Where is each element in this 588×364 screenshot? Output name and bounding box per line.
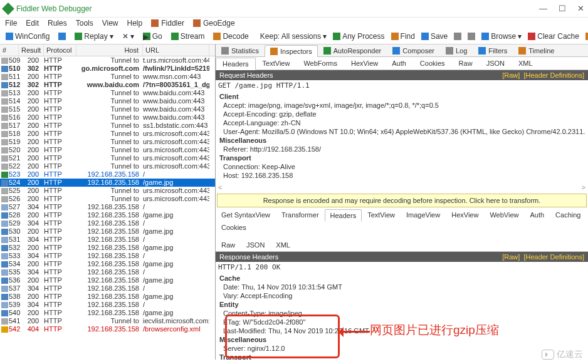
menu-view[interactable]: View — [102, 19, 118, 28]
winconfig-button[interactable]: WinConfig — [4, 31, 51, 41]
session-row[interactable]: 522200HTTPTunnel tours.microsoft.com:443 — [0, 162, 215, 170]
session-row[interactable]: 519200HTTPTunnel tours.microsoft.com:443 — [0, 138, 215, 146]
session-row[interactable]: 529304HTTP192.168.235.158/ — [0, 219, 215, 227]
reqtab-textview[interactable]: TextView — [256, 57, 297, 70]
resptab-webview[interactable]: WebView — [484, 209, 524, 221]
session-row[interactable]: 524200HTTP192.168.235.158/game.jpg — [0, 179, 215, 187]
session-row[interactable]: 541200HTTPTunnel toiecvlist.microsoft.co… — [0, 317, 215, 325]
tab-autoresponder[interactable]: AutoResponder — [318, 44, 387, 56]
reqtab-hexview[interactable]: HexView — [344, 57, 385, 70]
reqtab-headers[interactable]: Headers — [216, 58, 256, 70]
reqtab-raw[interactable]: Raw — [452, 57, 480, 70]
session-row[interactable]: 542404HTTP192.168.235.158/browserconfig.… — [0, 325, 215, 333]
maximize-button[interactable]: ☐ — [559, 4, 566, 13]
resptab-headers[interactable]: Headers — [325, 209, 362, 222]
reqtab-cookies[interactable]: Cookies — [413, 57, 452, 70]
req-header-defs-link[interactable]: [Header Definitions] — [523, 71, 584, 79]
session-row[interactable]: 532200HTTP192.168.235.158/game.jpg — [0, 244, 215, 252]
tab-composer[interactable]: Composer — [387, 44, 440, 56]
req-raw-link[interactable]: [Raw] — [502, 71, 520, 79]
session-row[interactable]: 515200HTTPTunnel towww.baidu.com:443 — [0, 105, 215, 113]
minimize-button[interactable]: — — [539, 4, 547, 13]
remove-button[interactable]: ✕ ▾ — [120, 31, 136, 41]
reqtab-xml[interactable]: XML — [512, 57, 540, 70]
save-button[interactable]: Save — [419, 31, 449, 41]
resptab-hexview[interactable]: HexView — [446, 209, 484, 221]
reqtab-auth[interactable]: Auth — [385, 57, 413, 70]
any-process-button[interactable]: Any Process — [331, 31, 386, 41]
session-row[interactable]: 513200HTTPTunnel towww.baidu.com:443 — [0, 89, 215, 97]
session-row[interactable]: 512302HTTPwww.baidu.com/?tn=80035161_1_d… — [0, 81, 215, 89]
replay-button[interactable]: Replay ▾ — [73, 31, 115, 41]
menu-geoedge[interactable]: GeoEdge — [193, 19, 235, 28]
resptab-textview[interactable]: TextView — [362, 209, 401, 221]
session-row[interactable]: 528200HTTP192.168.235.158/game.jpg — [0, 211, 215, 219]
keep-dropdown[interactable]: Keep: All sessions ▾ — [258, 31, 328, 41]
session-row[interactable]: 520200HTTPTunnel tours.microsoft.com:443 — [0, 146, 215, 154]
menu-fiddler[interactable]: Fiddler — [151, 19, 184, 28]
menu-file[interactable]: File — [5, 19, 17, 28]
resptab-transformer[interactable]: Transformer — [276, 209, 325, 221]
session-row[interactable]: 518200HTTPTunnel tours.microsoft.com:443 — [0, 130, 215, 138]
resptab-raw[interactable]: Raw — [216, 239, 241, 251]
session-row[interactable]: 525200HTTPTunnel tours.microsoft.com:443 — [0, 187, 215, 195]
session-row[interactable]: 540200HTTP192.168.235.158/game.jpg — [0, 309, 215, 317]
session-row[interactable]: 517200HTTPTunnel toss1.bdstatic.com:443 — [0, 122, 215, 130]
menu-rules[interactable]: Rules — [48, 19, 67, 28]
stream-button[interactable]: Stream — [169, 31, 207, 41]
session-row[interactable]: 538200HTTP192.168.235.158/game.jpg — [0, 293, 215, 301]
session-row[interactable]: 523200HTTP192.168.235.158/ — [0, 170, 215, 179]
session-row[interactable]: 539304HTTP192.168.235.158/ — [0, 301, 215, 309]
tab-log[interactable]: Log — [440, 44, 473, 56]
resp-raw-link[interactable]: [Raw] — [502, 253, 520, 261]
tab-inspectors[interactable]: Inspectors — [265, 45, 318, 57]
close-button[interactable]: ✕ — [577, 4, 584, 13]
resptab-cookies[interactable]: Cookies — [216, 221, 252, 234]
session-row[interactable]: 514200HTTPTunnel towww.baidu.com:443 — [0, 97, 215, 105]
resptab-auth[interactable]: Auth — [524, 209, 550, 221]
sessions-list[interactable]: 509200HTTPTunnel tot.urs.microsoft.com:4… — [0, 56, 215, 333]
session-row[interactable]: 534200HTTP192.168.235.158/game.jpg — [0, 260, 215, 268]
col-protocol[interactable]: Protocol — [44, 44, 76, 56]
session-row[interactable]: 526200HTTPTunnel tours.microsoft.com:443 — [0, 195, 215, 203]
col-host[interactable]: Host — [76, 44, 143, 56]
col-num[interactable]: # — [0, 44, 19, 56]
session-row[interactable]: 531304HTTP192.168.235.158/ — [0, 236, 215, 244]
session-row[interactable]: 516200HTTPTunnel towww.baidu.com:443 — [0, 113, 215, 122]
session-row[interactable]: 533304HTTP192.168.235.158/ — [0, 252, 215, 260]
clear-cache-button[interactable]: Clear Cache — [526, 31, 581, 41]
session-row[interactable]: 521200HTTPTunnel tours.microsoft.com:443 — [0, 154, 215, 162]
session-row[interactable]: 510302HTTPgo.microsoft.com/fwlink/?LinkI… — [0, 65, 215, 73]
go-button[interactable]: ▶Go — [141, 31, 164, 41]
tab-filters[interactable]: Filters — [473, 44, 513, 56]
comment-button[interactable] — [56, 32, 68, 41]
session-row[interactable]: 509200HTTPTunnel tot.urs.microsoft.com:4… — [0, 56, 215, 65]
col-result[interactable]: Result — [19, 44, 44, 56]
scroll-right-icon[interactable]: > — [582, 184, 585, 191]
session-row[interactable]: 536200HTTP192.168.235.158/game.jpg — [0, 276, 215, 284]
tab-timeline[interactable]: Timeline — [513, 44, 560, 56]
reqtab-webforms[interactable]: WebForms — [297, 57, 344, 70]
browse-button[interactable]: Browse ▾ — [480, 31, 523, 41]
resptab-imageview[interactable]: ImageView — [401, 209, 446, 221]
timer-button[interactable] — [466, 32, 477, 41]
session-row[interactable]: 535304HTTP192.168.235.158/ — [0, 268, 215, 276]
resptab-caching[interactable]: Caching — [550, 209, 586, 221]
resptab-json[interactable]: JSON — [241, 239, 270, 251]
scroll-left-icon[interactable]: < — [218, 184, 222, 191]
encoded-response-bar[interactable]: Response is encoded and may require deco… — [217, 194, 587, 207]
session-row[interactable]: 527304HTTP192.168.235.158/ — [0, 203, 215, 211]
tab-statistics[interactable]: Statistics — [216, 44, 265, 56]
col-url[interactable]: URL — [143, 44, 209, 56]
session-row[interactable]: 530200HTTP192.168.235.158/game.jpg — [0, 227, 215, 236]
decode-button[interactable]: Decode — [211, 31, 250, 41]
reqtab-json[interactable]: JSON — [480, 57, 512, 70]
find-button[interactable]: Find — [389, 31, 417, 41]
menu-help[interactable]: Help — [127, 19, 143, 28]
resp-header-defs-link[interactable]: [Header Definitions] — [523, 253, 584, 261]
menu-edit[interactable]: Edit — [26, 19, 39, 28]
session-row[interactable]: 537304HTTP192.168.235.158/ — [0, 284, 215, 293]
resptab-syntax[interactable]: Get SyntaxView — [216, 209, 276, 221]
textwizard-button[interactable]: TextWizard — [584, 31, 588, 41]
session-row[interactable]: 511200HTTPTunnel towww.msn.com:443 — [0, 73, 215, 81]
